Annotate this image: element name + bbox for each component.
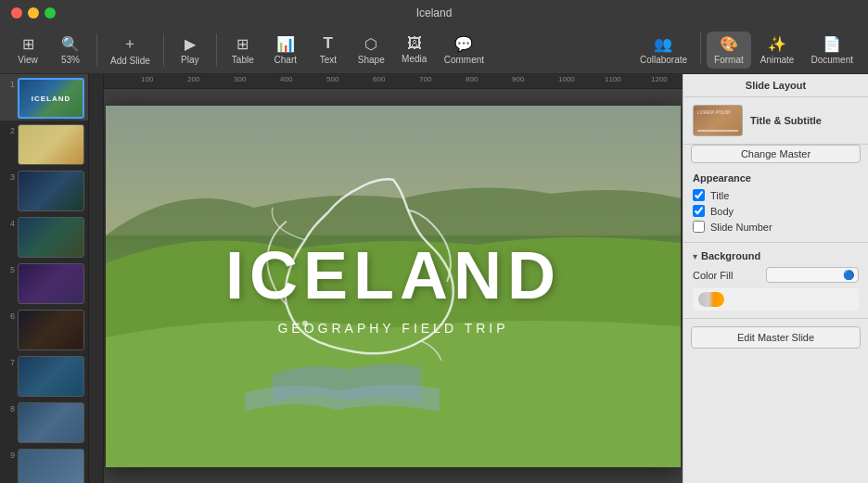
slide-thumb-9 <box>18 449 84 483</box>
view-label: View <box>18 55 38 65</box>
background-arrow-icon: ▾ <box>693 251 697 261</box>
slide-layout-header: Slide Layout <box>683 74 868 97</box>
slide-num-9: 9 <box>4 449 15 460</box>
slide-num-8: 8 <box>4 402 15 413</box>
table-icon: ⊞ <box>236 35 249 53</box>
shape-label: Shape <box>358 55 385 65</box>
slide-num-1: 1 <box>4 78 15 89</box>
slide-number-checkbox-row: Slide Number <box>693 221 859 233</box>
text-label: Text <box>320 55 337 65</box>
animate-icon: ✨ <box>768 35 786 53</box>
edit-master-button[interactable]: Edit Master Slide <box>691 326 861 349</box>
toolbar-separator-3 <box>216 33 217 67</box>
slide-item-3[interactable]: 3 <box>0 167 88 213</box>
format-label: Format <box>714 55 744 65</box>
body-checkbox-row: Body <box>693 205 859 217</box>
master-thumb-subtitle <box>697 130 738 132</box>
toolbar-animate[interactable]: ✨ Animate <box>753 32 802 69</box>
ruler-mark-700: 700 <box>419 75 431 83</box>
color-dropdown-icon: 🔵 <box>843 270 854 280</box>
vertical-ruler <box>89 74 104 483</box>
horizontal-ruler: 100 200 300 400 500 600 700 800 900 1000… <box>104 74 683 89</box>
slide-num-6: 6 <box>4 310 15 321</box>
ruler-mark-1000: 1000 <box>558 75 575 83</box>
slide-panel: 1 ICELAND 2 3 4 5 6 <box>0 74 89 483</box>
toolbar-comment[interactable]: 💬 Comment <box>437 32 491 69</box>
canvas-area[interactable]: 100 200 300 400 500 600 700 800 900 1000… <box>89 74 683 483</box>
maximize-button[interactable] <box>45 7 56 19</box>
slide-thumb-7 <box>18 356 84 397</box>
slide-thumb-1: ICELAND <box>18 78 84 119</box>
toolbar-zoom[interactable]: 🔍 53% <box>50 32 91 69</box>
title-checkbox[interactable] <box>693 189 705 201</box>
collaborate-icon: 👥 <box>654 35 672 53</box>
slide-item-5[interactable]: 5 <box>0 260 88 306</box>
master-thumb-text: LOREM IPSUM <box>697 109 730 115</box>
master-preview: LOREM IPSUM Title & Subtitle <box>683 97 868 145</box>
slide-item-7[interactable]: 7 <box>0 352 88 399</box>
toolbar-play[interactable]: ▶ Play <box>170 32 211 69</box>
close-button[interactable] <box>11 7 22 19</box>
titlebar: Iceland <box>0 0 868 26</box>
background-header: ▾ Background <box>693 250 859 261</box>
media-icon: 🖼 <box>407 35 422 52</box>
toolbar-chart[interactable]: 📊 Chart <box>265 32 306 69</box>
color-swatch-row <box>693 288 859 311</box>
chart-label: Chart <box>274 55 297 65</box>
color-fill-dropdown[interactable]: 🔵 <box>766 267 859 283</box>
toolbar-document[interactable]: 📄 Document <box>803 32 861 69</box>
color-toggle[interactable] <box>698 292 724 307</box>
slide-item-8[interactable]: 8 <box>0 399 88 445</box>
slide-number-checkbox[interactable] <box>693 221 705 233</box>
master-thumbnail: LOREM IPSUM <box>693 105 743 136</box>
play-icon: ▶ <box>185 35 196 53</box>
ruler-mark-600: 600 <box>373 75 385 83</box>
toolbar-view[interactable]: ⊞ View <box>7 32 48 69</box>
window-title: Iceland <box>416 6 453 19</box>
slide-thumb-4 <box>18 217 84 258</box>
slide-item-4[interactable]: 4 <box>0 213 88 260</box>
body-checkbox[interactable] <box>693 205 705 217</box>
ruler-mark-900: 900 <box>512 75 524 83</box>
chart-icon: 📊 <box>276 35 295 53</box>
toolbar-table[interactable]: ⊞ Table <box>223 32 263 69</box>
slide-num-2: 2 <box>4 124 15 135</box>
slide-canvas[interactable]: ICELAND GEOGRAPHY FIELD TRIP <box>106 106 681 467</box>
slide-num-5: 5 <box>4 263 15 274</box>
toolbar-media[interactable]: 🖼 Media <box>394 32 435 68</box>
master-name: Title & Subtitle <box>750 115 859 126</box>
slide-item-2[interactable]: 2 <box>0 121 88 167</box>
color-fill-label: Color Fill <box>693 270 733 281</box>
ruler-inner: 100 200 300 400 500 600 700 800 900 1000… <box>104 74 683 88</box>
toolbar-collaborate[interactable]: 👥 Collaborate <box>632 32 695 69</box>
slide-content: ICELAND GEOGRAPHY FIELD TRIP <box>106 106 681 467</box>
slide-thumb-2 <box>18 124 84 165</box>
slide-thumb-3 <box>18 171 84 211</box>
ruler-mark-800: 800 <box>466 75 478 83</box>
slide-num-4: 4 <box>4 217 15 228</box>
ruler-mark-200: 200 <box>187 75 199 83</box>
slide-item-1[interactable]: 1 ICELAND <box>0 74 88 121</box>
minimize-button[interactable] <box>28 7 39 19</box>
toolbar-format[interactable]: 🎨 Format <box>707 32 751 69</box>
toolbar-text[interactable]: T Text <box>308 31 349 69</box>
slide-number-checkbox-label: Slide Number <box>710 222 772 233</box>
toolbar-add-slide[interactable]: ＋ Add Slide <box>103 31 158 70</box>
main-slide-title: ICELAND <box>225 237 561 313</box>
change-master-button[interactable]: Change Master <box>691 145 861 163</box>
comment-icon: 💬 <box>454 35 473 53</box>
format-icon: 🎨 <box>720 35 738 53</box>
slide-thumb-5 <box>18 263 84 304</box>
slide-num-7: 7 <box>4 356 15 367</box>
toolbar: ⊞ View 🔍 53% ＋ Add Slide ▶ Play ⊞ Table … <box>0 26 868 74</box>
slide-item-6[interactable]: 6 <box>0 306 88 352</box>
slide-thumb-6 <box>18 310 84 350</box>
slide-1-text: ICELAND <box>32 95 71 103</box>
right-panel: Slide Layout LOREM IPSUM Title & Subtitl… <box>683 74 868 483</box>
toolbar-shape[interactable]: ⬡ Shape <box>351 32 392 69</box>
color-fill-control: 🔵 <box>766 267 859 283</box>
slide-item-9[interactable]: 9 <box>0 445 88 483</box>
zoom-icon: 🔍 <box>61 35 80 53</box>
ruler-mark-400: 400 <box>280 75 292 83</box>
ruler-mark-100: 100 <box>141 75 153 83</box>
